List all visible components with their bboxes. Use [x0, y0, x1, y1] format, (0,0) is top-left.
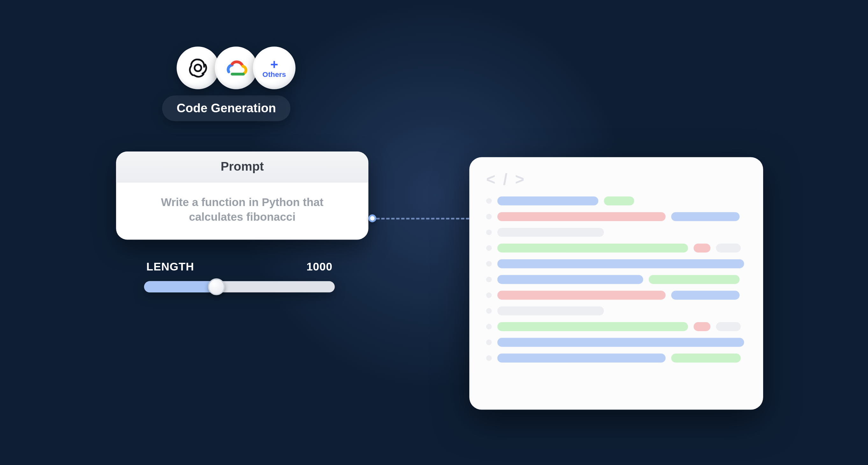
- line-number-dot: [486, 277, 492, 283]
- code-output-panel: < / >: [469, 157, 763, 410]
- code-lines: [486, 197, 746, 362]
- code-line: [486, 244, 746, 253]
- code-segment: [497, 354, 666, 362]
- code-segment: [694, 244, 711, 253]
- code-line: [486, 197, 746, 205]
- length-slider[interactable]: [144, 281, 335, 292]
- code-line: [486, 291, 746, 300]
- line-number-dot: [486, 214, 492, 220]
- plus-icon: +: [270, 57, 278, 71]
- connector-line: [376, 218, 469, 220]
- google-cloud-icon: [215, 47, 257, 89]
- code-segment: [497, 338, 744, 347]
- slider-label: LENGTH: [146, 260, 194, 273]
- code-segment: [497, 259, 744, 268]
- code-segment: [671, 354, 741, 362]
- line-number-dot: [486, 230, 492, 235]
- code-line: [486, 275, 746, 284]
- line-number-dot: [486, 324, 492, 329]
- prompt-card: Prompt Write a function in Python that c…: [116, 151, 368, 239]
- line-number-dot: [486, 198, 492, 204]
- slider-fill: [144, 281, 216, 292]
- line-number-dot: [486, 292, 492, 298]
- code-segment: [716, 322, 741, 331]
- line-number-dot: [486, 308, 492, 314]
- code-generation-pill: Code Generation: [162, 95, 290, 121]
- code-segment: [497, 307, 604, 315]
- code-line: [486, 307, 746, 315]
- code-line: [486, 212, 746, 221]
- code-segment: [604, 197, 634, 205]
- line-number-dot: [486, 261, 492, 267]
- code-segment: [716, 244, 741, 253]
- slider-thumb[interactable]: [208, 279, 225, 295]
- code-segment: [671, 212, 740, 221]
- code-segment: [649, 275, 740, 284]
- length-slider-group: LENGTH 1000: [144, 260, 335, 292]
- svg-point-0: [195, 64, 202, 71]
- code-line: [486, 259, 746, 268]
- code-line: [486, 228, 746, 237]
- others-badge: + Others: [253, 47, 296, 89]
- connector-dot: [368, 214, 376, 222]
- code-segment: [497, 244, 688, 253]
- code-segment: [497, 322, 688, 331]
- code-line: [486, 354, 746, 362]
- code-segment: [497, 212, 666, 221]
- provider-badges: + Others: [177, 47, 291, 89]
- slider-value: 1000: [307, 260, 333, 273]
- code-segment: [671, 291, 740, 300]
- prompt-body-text: Write a function in Python that calculat…: [116, 182, 368, 239]
- code-segment: [497, 228, 604, 237]
- code-icon: < / >: [486, 171, 746, 188]
- others-label: Others: [262, 70, 286, 78]
- line-number-dot: [486, 355, 492, 361]
- line-number-dot: [486, 245, 492, 251]
- code-segment: [694, 322, 711, 331]
- code-line: [486, 338, 746, 347]
- code-segment: [497, 275, 643, 284]
- line-number-dot: [486, 340, 492, 345]
- code-segment: [497, 197, 598, 205]
- code-segment: [497, 291, 666, 300]
- code-line: [486, 322, 746, 331]
- openai-icon: [177, 47, 219, 89]
- prompt-header: Prompt: [116, 151, 368, 182]
